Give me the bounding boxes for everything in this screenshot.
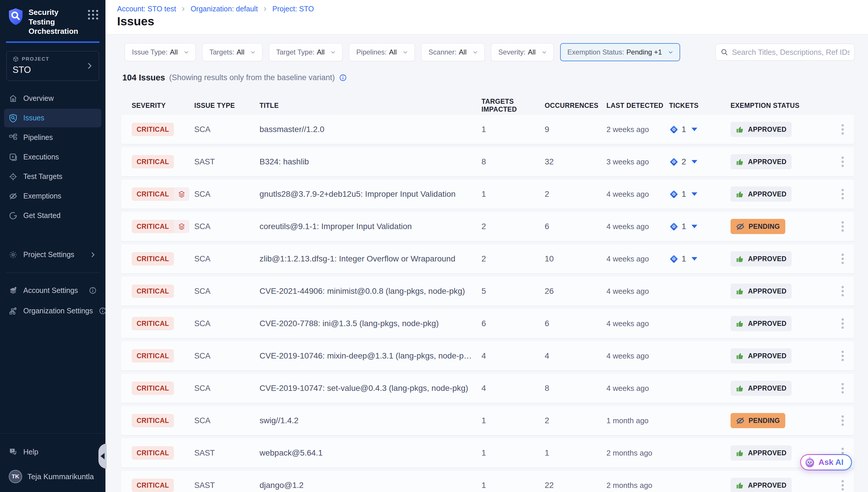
row-menu-button[interactable] [839,348,847,364]
sidebar-item-executions[interactable]: Executions [4,148,101,167]
jira-ticket-icon [669,157,679,167]
breadcrumb-account[interactable]: Account: STO test [117,5,176,13]
exemption-status-badge: APPROVED [731,284,792,299]
table-row[interactable]: CRITICALSCAswig//1.4.2121 month agoPENDI… [121,406,854,435]
sidebar-item-issues[interactable]: Issues [4,109,101,127]
row-menu-button[interactable] [839,315,847,332]
filter-issue-type[interactable]: Issue Type:All [125,43,196,61]
last-detected: 4 weeks ago [606,222,669,231]
issue-title: B324: hashlib [260,157,481,167]
exemption-status-label: APPROVED [748,190,786,198]
search-input[interactable] [732,48,850,57]
last-detected: 4 weeks ago [606,190,669,199]
issue-title: CVE-2019-10747: set-value@0.4.3 (lang-pk… [260,384,481,393]
table-row[interactable]: CRITICALSASTdjango@1.21222 months agoAPP… [121,471,854,492]
sidebar-item-organization-settings[interactable]: Organization Settings [4,302,101,320]
caret-down-icon[interactable] [691,257,697,261]
row-menu-button[interactable] [839,283,847,299]
row-menu-button[interactable] [839,218,847,235]
sidebar-item-exemptions[interactable]: Exemptions [4,187,101,205]
info-icon[interactable] [89,287,97,294]
home-icon [9,94,18,103]
user-menu[interactable]: TK Teja Kummarikuntla [4,470,101,483]
app-logo-shield-icon [7,7,24,26]
caret-down-icon[interactable] [691,192,697,196]
jira-ticket-icon [669,222,679,231]
exemption-status-badge: APPROVED [731,381,792,396]
table-row[interactable]: CRITICALSCAcoreutils@9.1-1: Improper Inp… [121,212,854,241]
info-icon[interactable] [99,307,107,315]
table-row[interactable]: CRITICALSCAzlib@1:1.2.13.dfsg-1: Integer… [121,244,854,273]
breadcrumb-organization[interactable]: Organization: default [190,5,258,13]
info-icon[interactable] [339,74,347,82]
column-header: OCCURRENCES [545,102,606,109]
table-row[interactable]: CRITICALSASTB324: hashlib8323 weeks ago2… [121,147,854,176]
targets-impacted: 1 [481,481,545,490]
sidebar-item-project-settings[interactable]: Project Settings [4,245,101,264]
row-menu-button[interactable] [839,413,847,429]
column-header: ISSUE TYPE [194,102,260,109]
ticket-count: 1 [682,125,686,134]
row-menu-button[interactable] [839,477,847,492]
last-detected: 1 month ago [606,416,669,425]
row-menu-button[interactable] [839,154,847,170]
table-row[interactable]: CRITICALSCACVE-2019-10747: set-value@0.4… [121,374,854,403]
table-row[interactable]: CRITICALSCAgnutls28@3.7.9-2+deb12u5: Imp… [121,179,854,209]
sidebar-item-help[interactable]: ? Help [4,442,101,461]
ticket-count: 1 [682,190,686,199]
sidebar-collapse-handle[interactable] [99,444,107,469]
jira-ticket-icon [669,190,679,199]
tickets-cell: 1 [669,190,731,199]
filter-severity[interactable]: Severity:All [491,43,554,61]
issue-title: webpack@5.64.1 [260,448,481,458]
exemption-status-badge: APPROVED [731,445,792,461]
exemption-status-label: APPROVED [748,255,786,263]
exemption-status-label: APPROVED [748,482,786,489]
last-detected: 2 weeks ago [606,125,669,134]
table-row[interactable]: CRITICALSCACVE-2021-44906: minimist@0.0.… [121,277,854,306]
count-note: (Showing results only from the baseline … [169,73,335,82]
row-menu-button[interactable] [839,251,847,267]
exemption-status-badge: PENDING [731,413,785,428]
project-selector[interactable]: PROJECT STO [6,51,99,81]
breadcrumb-project[interactable]: Project: STO [272,5,314,13]
filter-exemption-status[interactable]: Exemption Status:Pending +1 [560,43,680,61]
caret-down-icon[interactable] [691,128,697,131]
exemption-status-badge: APPROVED [731,187,792,202]
sidebar-item-get-started[interactable]: Get Started [4,206,101,225]
exemption-status-label: PENDING [748,417,780,425]
thumbs-up-icon [736,125,744,134]
filter-value: All [317,48,325,56]
row-menu-button[interactable] [839,186,847,202]
sidebar-item-pipelines[interactable]: Pipelines [4,128,101,147]
filter-pipelines[interactable]: Pipelines:All [349,43,415,61]
sidebar-item-test-targets[interactable]: Test Targets [4,167,101,186]
filter-scanner[interactable]: Scanner:All [421,43,485,61]
ask-ai-label: Ask AI [818,458,844,467]
module-grid-icon[interactable] [88,10,99,20]
sidebar-nav: OverviewIssuesPipelinesExecutionsTest Ta… [0,88,105,226]
table-row[interactable]: CRITICALSASTwebpack@5.64.1112 months ago… [121,438,854,468]
caret-down-icon[interactable] [691,225,697,228]
thumbs-up-icon [736,255,744,263]
caret-down-icon[interactable] [691,160,697,164]
get-started-icon [9,211,18,220]
sidebar-item-label: Help [23,448,38,456]
row-menu-button[interactable] [839,121,847,138]
ticket-count: 2 [682,157,686,167]
exemption-status-badge: APPROVED [731,478,792,492]
severity-badge: CRITICAL [132,155,174,169]
sidebar-item-overview[interactable]: Overview [4,89,101,108]
filter-targets[interactable]: Targets:All [202,43,262,61]
svg-text:?: ? [11,449,13,452]
table-row[interactable]: CRITICALSCACVE-2019-10746: mixin-deep@1.… [121,341,854,370]
table-row[interactable]: CRITICALSCAbassmaster//1.2.0192 weeks ag… [121,115,854,144]
table-row[interactable]: CRITICALSCACVE-2020-7788: ini@1.3.5 (lan… [121,309,854,338]
last-detected: 2 months ago [606,448,669,458]
sidebar-item-account-settings[interactable]: Account Settings [4,281,101,300]
targets-impacted: 1 [481,125,545,134]
ask-ai-button[interactable]: Ask AI [800,454,852,470]
row-menu-button[interactable] [839,380,847,396]
exemption-status-label: APPROVED [748,320,786,328]
filter-target-type[interactable]: Target Type:All [269,43,343,61]
